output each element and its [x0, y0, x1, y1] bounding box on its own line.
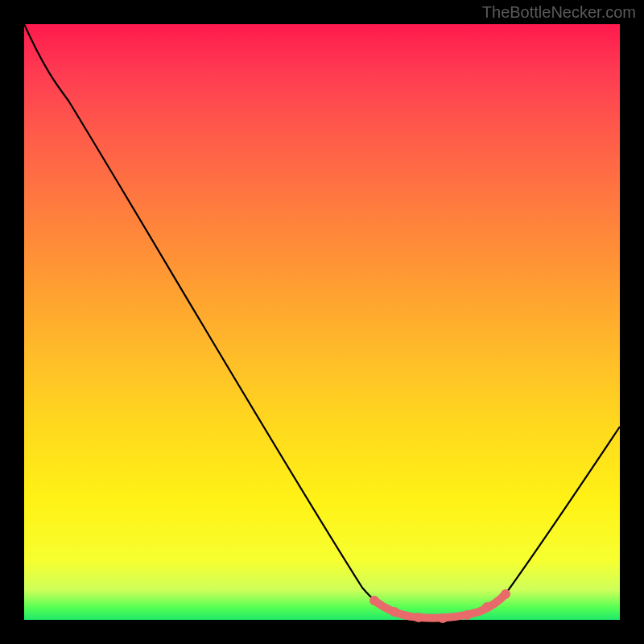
chart-container: TheBottleNecker.com: [0, 0, 644, 644]
marker-dot-left: [369, 596, 379, 605]
plot-area: [24, 24, 620, 620]
watermark: TheBottleNecker.com: [482, 3, 636, 22]
marker-dot: [390, 607, 399, 617]
marker-dot: [414, 613, 423, 622]
marker-dot: [462, 610, 472, 620]
bottleneck-curve: [24, 24, 620, 620]
marker-dot-right: [501, 589, 510, 599]
marker-dot: [482, 602, 492, 612]
marker-dot: [438, 613, 448, 623]
curve-line: [24, 24, 620, 618]
